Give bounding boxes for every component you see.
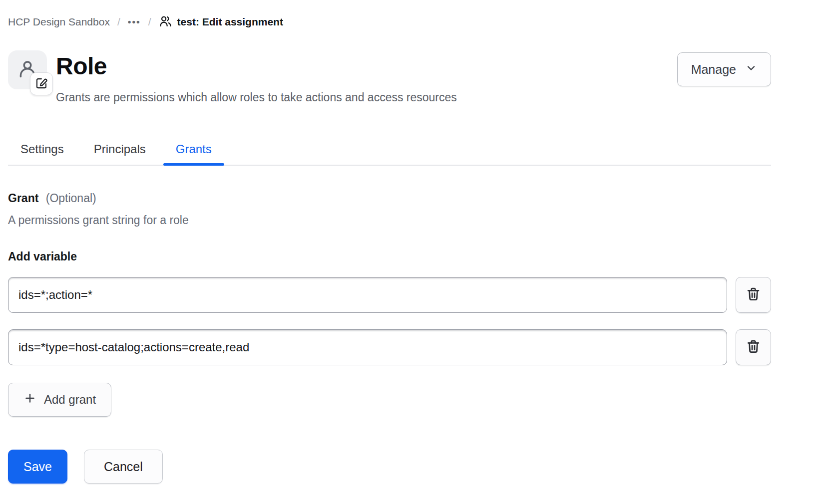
tab-bar: Settings Principals Grants xyxy=(8,135,771,166)
breadcrumb-current-label: test: Edit assignment xyxy=(177,16,283,28)
grant-input-1[interactable] xyxy=(8,277,727,313)
plus-icon xyxy=(23,392,36,408)
title-block: Role Grants are permissions which allow … xyxy=(56,50,677,104)
page-subtitle: Grants are permissions which allow roles… xyxy=(56,91,677,104)
grant-field-optional: (Optional) xyxy=(46,192,96,205)
breadcrumb: HCP Design Sandbox / ••• / test: Edit as… xyxy=(8,15,771,28)
edit-icon xyxy=(35,76,48,92)
role-avatar-wrap xyxy=(8,50,47,89)
trash-icon xyxy=(745,286,762,304)
grant-row xyxy=(8,277,771,313)
tab-settings[interactable]: Settings xyxy=(8,135,76,165)
page-content: HCP Design Sandbox / ••• / test: Edit as… xyxy=(8,0,771,484)
breadcrumb-root-link[interactable]: HCP Design Sandbox xyxy=(8,16,110,28)
cancel-button[interactable]: Cancel xyxy=(84,450,163,484)
trash-icon xyxy=(745,338,762,356)
form-actions: Save Cancel xyxy=(8,450,771,484)
add-grant-button[interactable]: Add grant xyxy=(8,383,111,417)
grant-row xyxy=(8,329,771,365)
manage-button[interactable]: Manage xyxy=(677,52,771,86)
page-header: Role Grants are permissions which allow … xyxy=(8,50,771,104)
breadcrumb-separator: / xyxy=(148,16,151,28)
tab-grants[interactable]: Grants xyxy=(163,135,224,165)
manage-button-label: Manage xyxy=(691,62,736,77)
role-edit-page: HCP Design Sandbox / ••• / test: Edit as… xyxy=(0,0,835,504)
grant-field-label-row: Grant (Optional) xyxy=(8,192,771,205)
edit-avatar-button[interactable] xyxy=(30,72,53,95)
delete-grant-2-button[interactable] xyxy=(736,329,771,365)
save-button[interactable]: Save xyxy=(8,450,67,484)
page-title: Role xyxy=(56,52,677,80)
users-icon xyxy=(159,15,172,28)
grant-field-label: Grant xyxy=(8,192,38,205)
delete-grant-1-button[interactable] xyxy=(736,277,771,313)
breadcrumb-separator: / xyxy=(117,16,120,28)
chevron-down-icon xyxy=(745,62,757,77)
grant-input-2[interactable] xyxy=(8,329,727,365)
breadcrumb-collapsed-button[interactable]: ••• xyxy=(128,16,141,27)
grant-field-help: A permissions grant string for a role xyxy=(8,214,771,227)
breadcrumb-current: test: Edit assignment xyxy=(159,15,283,28)
tab-principals[interactable]: Principals xyxy=(81,135,158,165)
add-grant-button-label: Add grant xyxy=(44,393,96,407)
add-variable-label: Add variable xyxy=(8,250,771,263)
